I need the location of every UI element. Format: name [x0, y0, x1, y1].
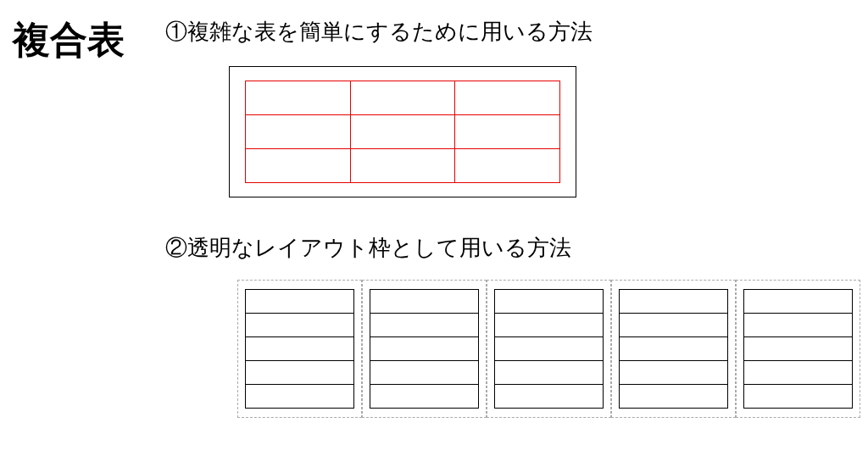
table-row [370, 385, 479, 409]
table-cell [370, 337, 479, 361]
table-cell [350, 149, 455, 183]
table-cell [744, 314, 853, 337]
example-1-outer-box [229, 66, 576, 197]
table-row [246, 115, 560, 149]
dashed-frame-cell [487, 280, 611, 418]
table-row [620, 290, 728, 314]
table-cell [246, 290, 354, 314]
table-cell [620, 385, 728, 409]
table-row [620, 361, 728, 385]
table-cell [455, 115, 560, 149]
table-cell [246, 337, 354, 361]
table-cell [370, 314, 479, 337]
page-title: 複合表 [13, 15, 125, 65]
table-row [495, 337, 604, 361]
table-cell [620, 314, 728, 337]
table-cell [744, 385, 853, 409]
example-1-inner-table [245, 81, 560, 183]
dashed-frame-cell [237, 280, 362, 418]
table-cell [246, 361, 354, 385]
table-row [246, 385, 354, 409]
table-row [744, 337, 853, 361]
table-row [370, 290, 479, 314]
table-row [495, 361, 604, 385]
table-row [744, 314, 853, 337]
table-row [370, 314, 479, 337]
table-row [620, 337, 728, 361]
dashed-frame-cell [611, 280, 736, 418]
table-cell [620, 290, 728, 314]
table-cell [744, 361, 853, 385]
table-cell [495, 337, 604, 361]
table-cell [620, 361, 728, 385]
table-row [620, 314, 728, 337]
table-cell [455, 81, 560, 115]
table-cell [495, 314, 604, 337]
table-cell [370, 361, 479, 385]
table-cell [495, 290, 604, 314]
table-row [246, 314, 354, 337]
table-row [744, 290, 853, 314]
table-cell [620, 337, 728, 361]
description-2: ②透明なレイアウト枠として用いる方法 [165, 233, 571, 263]
table-cell [744, 337, 853, 361]
table-row [246, 290, 354, 314]
table-cell [495, 361, 604, 385]
description-1: ①複雑な表を簡単にするために用いる方法 [165, 17, 593, 47]
table-row [495, 290, 604, 314]
table-cell [246, 385, 354, 409]
inner-table [743, 289, 853, 409]
table-cell [744, 290, 853, 314]
table-cell [246, 149, 351, 183]
inner-table [370, 289, 479, 409]
table-cell [350, 81, 455, 115]
table-row [246, 361, 354, 385]
dashed-frame-cell [362, 280, 487, 418]
table-cell [370, 385, 479, 409]
table-cell [246, 314, 354, 337]
table-row [370, 361, 479, 385]
example-2-container [237, 280, 860, 418]
inner-table [494, 289, 604, 409]
table-row [620, 385, 728, 409]
inner-table [245, 289, 354, 409]
inner-table [619, 289, 728, 409]
table-row [370, 337, 479, 361]
table-row [744, 361, 853, 385]
table-cell [246, 115, 351, 149]
table-cell [495, 385, 604, 409]
table-row [744, 385, 853, 409]
table-cell [350, 115, 455, 149]
table-row [246, 337, 354, 361]
table-row [246, 81, 560, 115]
table-cell [246, 81, 351, 115]
table-cell [455, 149, 560, 183]
table-row [495, 314, 604, 337]
table-row [495, 385, 604, 409]
table-cell [370, 290, 479, 314]
table-row [246, 149, 560, 183]
dashed-frame-cell [736, 280, 860, 418]
